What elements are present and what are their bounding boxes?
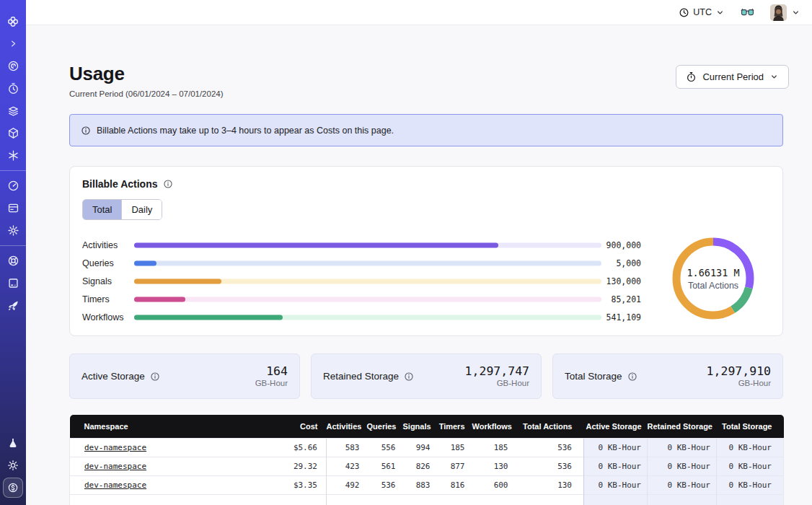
period-selector-button[interactable]: Current Period — [676, 65, 789, 89]
namespace-link[interactable]: dev-namespace — [84, 462, 146, 471]
cell-active-storage — [584, 494, 648, 505]
life-ring-icon[interactable] — [0, 250, 26, 272]
column-header-signals: Signals — [403, 415, 438, 438]
sidebar-divider — [0, 245, 26, 246]
bar-fill — [134, 297, 185, 302]
main-content: Usage Current Period (06/01/2024 – 07/01… — [26, 25, 812, 505]
column-header-queries: Queries — [367, 415, 403, 438]
temporal-logo-icon[interactable] — [0, 10, 26, 32]
table-row: dev-namespace29.324235618268771305360 KB… — [70, 457, 784, 475]
tab-total[interactable]: Total — [83, 200, 121, 219]
flask-icon[interactable] — [0, 431, 26, 454]
info-icon[interactable] — [163, 179, 173, 189]
dollar-icon[interactable] — [3, 478, 23, 498]
cell-workflows: 130 — [472, 457, 516, 475]
page-subtitle: Current Period (06/01/2024 – 07/01/2024) — [69, 89, 224, 98]
nexus-asterisk-icon[interactable] — [0, 144, 26, 167]
bar-value: 130,000 — [606, 276, 641, 286]
cell-timers: 877 — [438, 457, 472, 475]
bar-label: Signals — [82, 276, 112, 286]
storage-value-number: 1,297,747 — [465, 365, 529, 379]
cell-signals: 883 — [403, 475, 438, 494]
info-icon[interactable] — [404, 372, 414, 382]
retained-storage-card: Retained Storage1,297,747GB-Hour — [311, 354, 542, 399]
info-banner: Billable Actions may take up to 3–4 hour… — [69, 114, 783, 146]
cube-icon[interactable] — [0, 122, 26, 144]
glasses-icon[interactable] — [741, 8, 754, 17]
chevron-down-icon — [715, 8, 725, 17]
total-storage-value: 1,297,910GB-Hour — [707, 365, 771, 387]
bar-fill — [134, 242, 498, 247]
donut-total-value: 1.66131 M — [687, 267, 739, 278]
cell-queries — [367, 494, 403, 505]
cell-activities: 583 — [327, 438, 367, 457]
column-header-cost: Cost — [250, 415, 327, 438]
storage-label-text: Active Storage — [81, 371, 145, 382]
namespaces-swirl-icon[interactable] — [0, 55, 26, 77]
cell-timers: 816 — [438, 475, 472, 494]
chevron-right-icon[interactable] — [0, 32, 26, 55]
cell-namespace: dev-namespace — [70, 438, 250, 457]
info-icon[interactable] — [150, 372, 160, 382]
bar-label: Activities — [82, 240, 118, 250]
layers-icon[interactable] — [0, 100, 26, 122]
cell-workflows: 185 — [472, 438, 516, 457]
cell-retained-storage: 0 KB-Hour — [648, 475, 717, 494]
bar-value: 5,000 — [616, 258, 641, 268]
active-storage-label: Active Storage — [81, 371, 160, 382]
period-selector-label: Current Period — [702, 71, 764, 82]
bar-fill — [134, 278, 221, 284]
cell-total-actions: 536 — [516, 457, 584, 475]
docs-icon[interactable] — [0, 272, 26, 294]
sun-icon[interactable] — [0, 454, 26, 476]
cell-activities — [327, 494, 367, 505]
total-storage-card: Total Storage1,297,910GB-Hour — [552, 354, 783, 399]
bar-value: 85,201 — [611, 294, 641, 304]
cell-queries: 561 — [367, 457, 403, 475]
total-actions-donut: 1.66131 M Total Actions — [668, 234, 758, 323]
cell-namespace: dev-namespace — [70, 475, 250, 494]
user-menu[interactable] — [770, 4, 800, 21]
tab-daily[interactable]: Daily — [121, 200, 162, 219]
storage-summary-row: Active Storage164GB-HourRetained Storage… — [69, 354, 783, 399]
info-icon[interactable] — [627, 372, 637, 382]
bar-value: 541,109 — [606, 312, 641, 322]
column-header-workflows: Workflows — [472, 415, 516, 438]
namespace-usage-table: NamespaceCostActivitiesQueriesSignalsTim… — [69, 415, 784, 505]
cell-retained-storage: 0 KB-Hour — [648, 457, 717, 475]
storage-label-text: Total Storage — [565, 371, 622, 382]
cell-namespace — [70, 494, 250, 505]
stopwatch-icon — [686, 71, 697, 82]
chevron-down-icon — [791, 8, 800, 17]
info-icon — [81, 126, 91, 136]
cell-signals: 994 — [403, 438, 438, 457]
storage-value-unit: GB-Hour — [707, 379, 771, 387]
namespace-link[interactable]: dev-namespace — [84, 480, 146, 490]
billable-actions-title-text: Billable Actions — [82, 178, 158, 190]
bar-track — [134, 242, 601, 247]
clock-icon — [679, 7, 689, 18]
cell-total-storage — [717, 494, 784, 505]
timezone-selector[interactable]: UTC — [679, 7, 725, 18]
cell-timers: 185 — [438, 438, 472, 457]
table-header: NamespaceCostActivitiesQueriesSignalsTim… — [70, 415, 784, 438]
bar-fill — [134, 315, 283, 320]
gear-icon[interactable] — [0, 219, 26, 242]
bar-label: Queries — [82, 258, 114, 268]
cell-activities: 423 — [327, 457, 367, 475]
namespace-link[interactable]: dev-namespace — [84, 443, 146, 452]
gauge-icon[interactable] — [0, 175, 26, 197]
browser-window-icon[interactable] — [0, 197, 26, 219]
active-storage-value: 164GB-Hour — [255, 365, 288, 387]
retained-storage-value: 1,297,747GB-Hour — [465, 365, 529, 387]
column-header-total-actions: Total Actions — [516, 415, 584, 438]
storage-value-unit: GB-Hour — [465, 379, 529, 387]
rocket-icon[interactable] — [0, 294, 26, 317]
cell-workflows: 600 — [472, 475, 516, 494]
cell-namespace: dev-namespace — [70, 457, 250, 475]
bar-value: 900,000 — [606, 240, 641, 250]
table-row: dev-namespace$3.354925368838166001300 KB… — [70, 475, 784, 494]
bar-label: Timers — [82, 294, 110, 304]
cell-total-actions: 130 — [516, 475, 584, 494]
timer-icon[interactable] — [0, 77, 26, 100]
